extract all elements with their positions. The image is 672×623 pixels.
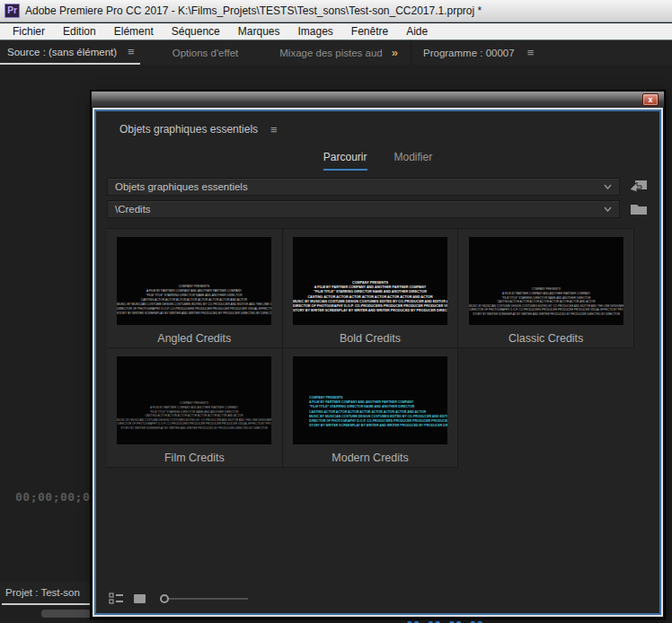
menu-fichier[interactable]: Fichier <box>4 23 54 39</box>
install-template-icon[interactable] <box>629 178 649 194</box>
tab-project[interactable]: Projet : Test-son <box>2 582 90 605</box>
project-panel-tabrow: Projet : Test-son <box>0 582 90 605</box>
floating-window-inner-frame: Objets graphiques essentiels ≡ Parcourir… <box>94 110 661 615</box>
view-controls-bar <box>109 592 250 604</box>
template-cell-bold[interactable]: COMPANY PRESENTSA FILM BY PARTNER COMPAN… <box>283 229 459 348</box>
thumbnail-size-slider[interactable] <box>160 593 250 604</box>
menu-fenetre[interactable]: Fenêtre <box>342 23 397 39</box>
template-thumbnail: COMPANY PRESENTSA FILM BY PARTNER COMPAN… <box>293 237 447 325</box>
browse-edit-tabs: Parcourir Modifier <box>96 151 659 171</box>
premiere-app-icon: Pr <box>4 4 20 18</box>
window-title: Adobe Premiere Pro CC 2017 - K:\Films_Pr… <box>25 4 482 17</box>
chevron-down-icon <box>604 206 612 212</box>
close-button[interactable]: x <box>642 93 659 106</box>
template-name: Modern Credits <box>283 452 458 464</box>
horizontal-scrollbar-thumb[interactable] <box>41 610 92 618</box>
list-view-icon[interactable] <box>109 592 123 604</box>
os-titlebar[interactable]: Pr Adobe Premiere Pro CC 2017 - K:\Films… <box>0 0 672 22</box>
menu-marques[interactable]: Marques <box>229 23 289 39</box>
slider-track <box>167 598 248 600</box>
tab-modifier[interactable]: Modifier <box>394 151 433 171</box>
template-cell-modern[interactable]: COMPANY PRESENTSA FILM BY PARTNER COMPAN… <box>283 348 459 468</box>
menu-element[interactable]: Elément <box>105 23 163 39</box>
menu-edition[interactable]: Edition <box>54 23 105 39</box>
template-cell-angled[interactable]: COMPANY PRESENTSA FILM BY PARTNER COMPAN… <box>107 229 283 348</box>
library-select-value: Objets graphiques essentiels <box>115 181 604 192</box>
floating-window-titlebar[interactable]: x <box>92 92 664 108</box>
program-panel-tabrow: Programme : 00007 ≡ <box>412 40 672 65</box>
floating-window-frame: Objets graphiques essentiels ≡ Parcourir… <box>93 108 663 617</box>
premiere-app-window: Pr Adobe Premiere Pro CC 2017 - K:\Films… <box>0 0 672 623</box>
tab-source-label: Source : (sans élément) <box>7 47 117 57</box>
template-name: Classic Credits <box>458 332 633 345</box>
template-thumbnail: COMPANY PRESENTSA FILM BY PARTNER COMPAN… <box>117 237 271 325</box>
template-name: Film Credits <box>107 452 282 464</box>
tab-audio-mixer[interactable]: Mixage des pistes aud <box>279 48 382 58</box>
template-cell-classic[interactable]: COMPANY PRESENTSA FILM BY PARTNER COMPAN… <box>458 229 634 348</box>
templates-grid: COMPANY PRESENTSA FILM BY PARTNER COMPAN… <box>107 228 634 580</box>
tab-parcourir[interactable]: Parcourir <box>323 151 367 171</box>
panel-menu-icon[interactable]: ≡ <box>128 46 135 57</box>
panel-header: Objets graphiques essentiels ≡ <box>119 123 278 136</box>
essential-graphics-panel: Objets graphiques essentiels ≡ Parcourir… <box>96 111 659 613</box>
tab-source[interactable]: Source : (sans élément) ≡ <box>0 40 140 65</box>
program-panel-menu-icon[interactable]: ≡ <box>527 47 535 58</box>
template-thumbnail: COMPANY PRESENTSA FILM BY PARTNER COMPAN… <box>469 237 623 325</box>
template-thumbnail: COMPANY PRESENTSA FILM BY PARTNER COMPAN… <box>117 356 271 444</box>
tab-project-label: Projet : Test-son <box>5 587 80 598</box>
folder-select-value: \Credits <box>115 204 604 215</box>
essential-graphics-floating-window: x Objets graphiques essentiels ≡ Parcour… <box>90 90 666 619</box>
source-timecode[interactable]: 00;00;00;00 <box>15 490 98 504</box>
menubar: Fichier Edition Elément Séquence Marques… <box>0 23 672 40</box>
program-timecode-clipped: 00;00;00;00 <box>406 619 505 623</box>
template-thumbnail: COMPANY PRESENTSA FILM BY PARTNER COMPAN… <box>293 356 447 444</box>
thumbnail-view-icon[interactable] <box>133 593 146 604</box>
slider-knob[interactable] <box>160 594 169 603</box>
tab-effect-controls[interactable]: Options d'effet <box>172 48 239 58</box>
panel-title: Objets graphiques essentiels <box>119 123 258 136</box>
template-name: Bold Credits <box>283 332 458 345</box>
chevron-down-icon <box>604 184 612 189</box>
template-name: Angled Credits <box>107 332 282 345</box>
tab-overflow-chevron-icon[interactable]: » <box>392 46 397 59</box>
library-select[interactable]: Objets graphiques essentiels <box>107 178 620 196</box>
menu-images[interactable]: Images <box>288 23 341 39</box>
tab-program[interactable]: Programme : 00007 <box>423 48 515 58</box>
menu-aide[interactable]: Aide <box>397 23 437 39</box>
source-panel-tabrow: Source : (sans élément) ≡ Options d'effe… <box>0 40 410 65</box>
menu-sequence[interactable]: Séquence <box>163 23 229 39</box>
folder-icon[interactable] <box>629 201 649 217</box>
panel-menu-icon[interactable]: ≡ <box>270 124 278 136</box>
template-cell-film[interactable]: COMPANY PRESENTSA FILM BY PARTNER COMPAN… <box>107 348 283 468</box>
folder-select[interactable]: \Credits <box>107 200 620 218</box>
